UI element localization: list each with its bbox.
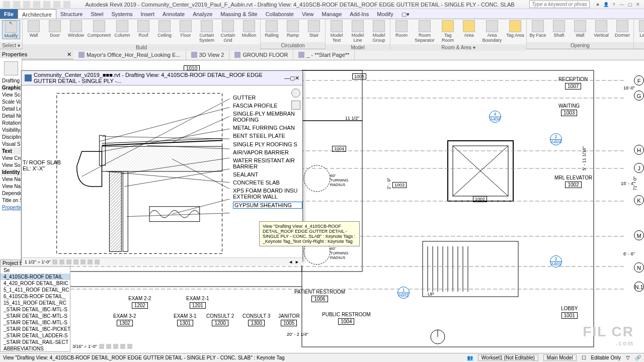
view-tab-startpage[interactable]: _ - **Start Page** <box>293 49 355 60</box>
revit-icon[interactable] <box>3 1 10 8</box>
vcb-icon[interactable] <box>113 344 118 349</box>
float-min-icon[interactable]: — <box>284 75 290 81</box>
browser-item[interactable]: ABBREVIATIONS <box>1 345 70 352</box>
view-tab-mayors[interactable]: Mayor's Office_Hor_Real_Looking E... <box>73 49 186 60</box>
vcb-icon[interactable] <box>52 259 57 264</box>
door-tool[interactable]: Door <box>46 20 64 38</box>
tab-steel[interactable]: Steel <box>87 9 107 19</box>
wall-opening-tool[interactable]: Wall <box>571 20 589 38</box>
railing-tool[interactable]: Railing <box>263 20 281 38</box>
vcb-icon[interactable] <box>66 259 71 264</box>
editable-only-checkbox[interactable]: ☐ <box>582 355 586 360</box>
open-icon[interactable] <box>13 1 20 8</box>
quick-access-toolbar[interactable] <box>3 1 70 8</box>
view-control-bar[interactable]: 3/16" = 1'-0" <box>72 344 132 349</box>
room-tag[interactable]: RECEPTION1007 <box>558 76 588 89</box>
grid-bubble[interactable]: M <box>634 230 644 240</box>
grid-bubble[interactable]: N.1 <box>634 282 644 292</box>
vcb-icon[interactable] <box>95 259 100 264</box>
room-tag[interactable]: WAITING1003 <box>558 103 580 116</box>
browser-item[interactable]: _STAIR DETAIL_IBC-MTL-S <box>1 319 70 326</box>
browser-item[interactable]: 4_420_ROOF DETAIL_BRIC <box>1 280 70 287</box>
room-tag[interactable]: EXAM 3-11301 <box>174 313 197 326</box>
room-sep-tool[interactable]: Room Separator <box>414 20 436 43</box>
browser-search[interactable]: Se <box>1 267 70 274</box>
browser-item[interactable]: 6_410SCB-ROOF DETAIL_ <box>1 293 70 300</box>
redo-icon[interactable] <box>43 1 50 8</box>
vcb-icon[interactable] <box>73 259 78 264</box>
tag-room-tool[interactable]: Tag Room <box>439 20 457 43</box>
vertical-tool[interactable]: Vertical <box>592 20 610 38</box>
tab-collaborate[interactable]: Collaborate <box>262 9 298 19</box>
grid-bubble[interactable]: F <box>634 75 644 85</box>
tab-annotate[interactable]: Annotate <box>158 9 189 19</box>
modelgroup-tool[interactable]: Model Group <box>370 20 388 43</box>
area-tool[interactable]: Area <box>460 20 478 38</box>
floor-tool[interactable]: Floor <box>177 20 195 38</box>
byface-tool[interactable]: By Face <box>529 20 547 38</box>
tab-context[interactable]: ▢▾ <box>397 9 414 19</box>
room-tag[interactable]: CONSULT 31300 <box>243 313 270 326</box>
window-tool[interactable]: Window <box>67 20 85 38</box>
user-icon[interactable]: 👤 <box>603 2 609 8</box>
modify-tool[interactable]: ↖Modify <box>2 20 20 39</box>
browser-item[interactable]: 15_411_ROOF DETAIL_RC <box>1 300 70 306</box>
type-selector-icon[interactable] <box>4 61 18 75</box>
grid-bubble[interactable]: G <box>634 90 644 101</box>
vcb-icon[interactable] <box>120 344 125 349</box>
view-callout[interactable]: 2A401 <box>550 255 562 267</box>
view-callout[interactable]: 4A404 <box>489 111 501 123</box>
keynote[interactable]: XPS FOAM BOARD INSU EXTERIOR WALL <box>233 188 302 200</box>
keynote[interactable]: CONCRETE SLAB <box>233 179 302 186</box>
minimize-icon[interactable]: — <box>619 2 625 8</box>
nav-wheel-icon[interactable] <box>291 88 300 98</box>
workset-selector[interactable]: Workset1 (Not Editable) <box>478 354 538 361</box>
view-callout[interactable]: 2A404 <box>550 133 562 145</box>
browser-item[interactable]: _STAIR DETAIL_IBC-MTL-S <box>1 313 70 319</box>
workset-icon[interactable]: 👥 <box>467 355 473 360</box>
model-selector[interactable]: Main Model <box>543 354 577 361</box>
filter-icon[interactable]: ▽ <box>626 355 630 360</box>
scroll-right-icon[interactable]: ► <box>295 259 299 264</box>
modeltext-tool[interactable]: Model Text <box>328 20 346 43</box>
shaft-tool[interactable]: Shaft <box>550 20 568 38</box>
room-tag[interactable]: EXAM 3-21302 <box>113 313 136 326</box>
undo-icon[interactable] <box>33 1 40 8</box>
keynote[interactable]: WATER RESISTANT AIR BARRIER <box>233 157 302 169</box>
scroll-left-icon[interactable]: ◄ <box>288 259 293 264</box>
room-tool[interactable]: Room <box>392 20 411 38</box>
browser-item[interactable]: _STAIR DETAIL_RAIL-SECT <box>1 339 70 345</box>
help-icon[interactable]: ? <box>611 2 617 8</box>
float-view-control-bar[interactable]: 1 1/2" = 1'-0" ◄ ► <box>22 257 302 265</box>
select-dropdown[interactable]: Select ▾ <box>0 42 22 49</box>
ceiling-tool[interactable]: Ceiling <box>155 20 174 38</box>
keynote[interactable]: SINGLE-PLY MEMBRAN ROOFING <box>233 111 302 123</box>
tab-architecture[interactable]: Architecture <box>18 9 56 19</box>
room-tag[interactable]: MRL ELEVATOR1002 <box>554 175 592 188</box>
modelline-tool[interactable]: Model Line <box>349 20 367 43</box>
grid-bubble[interactable]: J <box>634 163 644 173</box>
room-tag[interactable]: EXAM 2-11201 <box>186 296 209 309</box>
print-icon[interactable] <box>53 1 60 8</box>
keynote[interactable]: SEALANT <box>233 171 302 177</box>
view-tab-3d[interactable]: 3D View 2 <box>186 49 230 60</box>
vcb-icon[interactable] <box>88 259 93 264</box>
search-input[interactable] <box>529 1 590 8</box>
curtain-system-tool[interactable]: Curtain System <box>198 20 216 43</box>
level-tool[interactable]: Level <box>636 20 644 38</box>
dormer-tool[interactable]: Dormer <box>613 20 631 38</box>
room-tag[interactable]: EXAM 2-21202 <box>128 296 151 309</box>
ramp-tool[interactable]: Ramp <box>284 20 302 38</box>
component-tool[interactable]: Component <box>88 20 110 38</box>
close-icon[interactable]: ✕ <box>635 2 641 8</box>
curtain-grid-tool[interactable]: Curtain Grid <box>219 20 237 43</box>
grid-bubble[interactable]: N <box>634 262 644 273</box>
tab-systems[interactable]: Systems <box>107 9 136 19</box>
browser-item[interactable]: _STAIR DETAIL_IBC-PICKET <box>1 326 70 332</box>
measure-icon[interactable] <box>63 1 70 8</box>
tag-area-tool[interactable]: Tag Area <box>506 20 524 38</box>
grid-bubble[interactable]: H <box>634 145 644 155</box>
float-max-icon[interactable]: ▢ <box>290 75 295 81</box>
room-tag[interactable]: PATIENT RESTROOM1006 <box>294 289 345 302</box>
properties-help-link[interactable]: Properties <box>1 204 21 211</box>
